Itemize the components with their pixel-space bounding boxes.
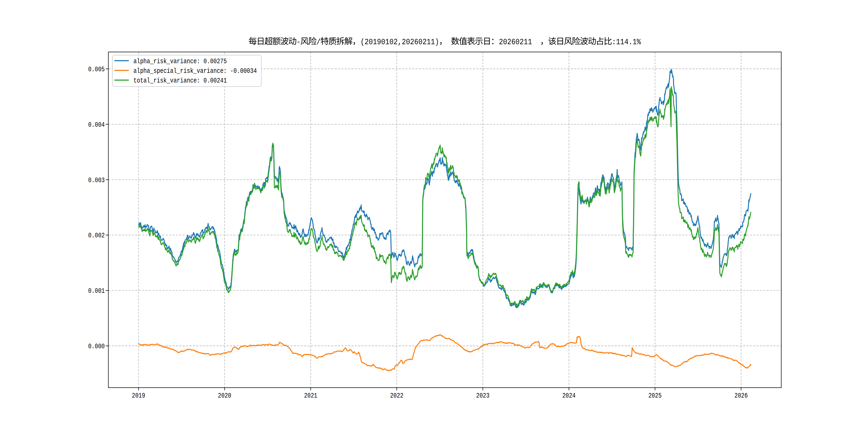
legend-item-alpha-special-risk-variance: alpha_special_risk_variance: -0.00034: [114, 67, 257, 75]
legend-label-total-risk-variance: total_risk_variance: 0.00241: [133, 76, 227, 85]
figure: 20192020202120222023202420252026 0.0000.…: [0, 0, 868, 434]
y-tick-label-0.004: 0.004: [88, 121, 105, 129]
x-tick-label-2026: 2026: [735, 392, 748, 400]
x-tick-label-2025: 2025: [648, 392, 662, 400]
x-tick-label-2020: 2020: [218, 392, 231, 400]
x-tick-label-2022: 2022: [390, 392, 403, 400]
line-chart: 20192020202120222023202420252026 0.0000.…: [0, 0, 868, 434]
y-tick-label-0.003: 0.003: [88, 176, 105, 184]
legend: alpha_risk_variance: 0.00275alpha_specia…: [113, 55, 261, 87]
y-tick-label-0.000: 0.000: [88, 342, 105, 350]
chart-title: 每日超额波动-风险/特质拆解，(20190102,20260211)， 数值表示…: [249, 37, 679, 46]
x-tick-label-2024: 2024: [562, 392, 576, 400]
y-tick-label-0.002: 0.002: [88, 231, 105, 240]
y-tick-label-0.005: 0.005: [88, 65, 105, 73]
legend-label-alpha-special-risk-variance: alpha_special_risk_variance: -0.00034: [133, 67, 257, 75]
x-tick-label-2019: 2019: [132, 392, 145, 400]
x-tick-label-2023: 2023: [476, 392, 490, 400]
legend-label-alpha-risk-variance: alpha_risk_variance: 0.00275: [133, 57, 227, 65]
y-tick-label-0.001: 0.001: [88, 287, 105, 295]
x-tick-label-2021: 2021: [304, 392, 317, 400]
